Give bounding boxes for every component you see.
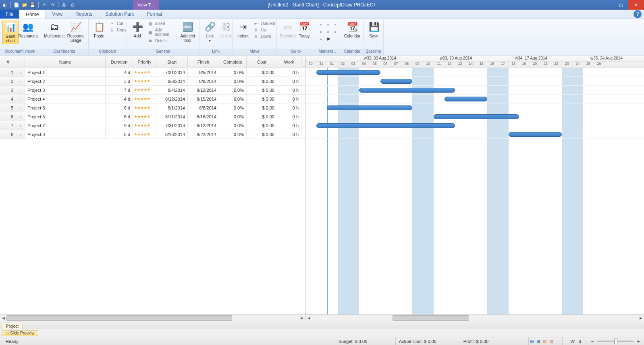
table-row[interactable]: 8⬦Project 85 d★★★★★8/18/20148/22/20140.0… [0,130,305,139]
row-num[interactable]: 1 [0,68,16,76]
cell-cost[interactable]: $ 0.00 [247,130,277,138]
cell-complete[interactable]: 0.0% [219,95,247,103]
grid-hscroll[interactable]: ◀ ▶ [0,314,305,321]
app-icon[interactable]: ◐ [2,2,8,8]
cell-start[interactable]: 7/31/2014 [156,121,188,130]
open-icon[interactable]: 📁 [21,2,28,8]
cell-cost[interactable]: $ 0.00 [247,112,277,121]
cell-finish[interactable]: 8/5/2014 [188,68,219,76]
cell-complete[interactable]: 0.0% [219,77,247,85]
tab-solution-park[interactable]: Solution Park [99,10,140,19]
gantt-bar[interactable] [445,97,487,101]
maximize-button[interactable]: ▢ [614,0,628,10]
cell-work[interactable]: 0 h [277,103,301,112]
cell-duration[interactable]: 5 d [106,130,133,138]
scroll-left-icon[interactable]: ◀ [305,315,312,321]
zoom-slider[interactable] [597,341,634,342]
cell-cost[interactable]: $ 0.00 [247,95,277,103]
zoom-out-icon[interactable]: − [589,338,596,345]
outdent-button[interactable]: ⇤Outdent [251,21,277,27]
col-complete[interactable]: Complete [219,56,247,68]
timeline-hscroll[interactable]: ◀ ▶ [305,314,644,321]
cell-duration[interactable]: 6 d [106,103,133,112]
zoom-control[interactable]: − + [589,338,642,345]
cell-complete[interactable]: 0.0% [219,103,247,112]
table-row[interactable]: 2⬦Project 23 d★★★★★8/6/20148/8/20140.0%$… [0,77,305,86]
up-button[interactable]: ⬆Up [251,27,277,33]
col-num[interactable]: # [0,56,16,68]
cell-name[interactable]: Project 2 [25,77,106,85]
calendar-button[interactable]: 📆Calendar [344,20,361,39]
multiproject-button[interactable]: 🗂Multiproject [43,20,66,39]
cell-start[interactable]: 8/4/2014 [156,86,188,94]
cell-duration[interactable]: 6 d [106,112,133,121]
help-icon[interactable]: ? [634,10,642,18]
scroll-right-icon[interactable]: ▶ [299,315,305,321]
sheet-tab-project[interactable]: Project [2,323,23,329]
paste-button[interactable]: 📋Paste [91,20,107,39]
cell-duration[interactable]: 7 d [106,86,133,94]
marker-icon[interactable]: ▫ [318,36,324,42]
cell-complete[interactable]: 0.0% [219,68,247,76]
gantt-row[interactable] [305,121,644,130]
marker-icon[interactable]: ▫ [332,29,339,35]
cell-finish[interactable]: 8/8/2014 [188,77,219,85]
row-num[interactable]: 5 [0,103,16,112]
cell-duration[interactable]: 3 d [106,77,133,85]
undo-icon[interactable]: ↶ [41,2,48,8]
gantt-bar[interactable] [509,132,562,137]
copy-button[interactable]: ⎘Copy [107,27,128,33]
view-icon[interactable]: ▧ [548,338,555,345]
cell-duration[interactable]: 4 d [106,68,133,76]
col-priority[interactable]: Priority [133,56,156,68]
cell-priority[interactable]: ★★★★★ [133,95,156,103]
cell-priority[interactable]: ★★★★★ [133,112,156,121]
cell-finish[interactable]: 8/12/2014 [188,86,219,94]
gantt-row[interactable] [305,95,644,103]
gantt-bar[interactable] [359,88,455,93]
cell-finish[interactable]: 8/15/2014 [188,95,219,103]
row-num[interactable]: 4 [0,95,16,103]
add-button[interactable]: ➕Add [129,20,145,39]
tab-format[interactable]: Format [141,10,169,19]
cell-name[interactable]: Project 5 [25,103,106,112]
new-icon[interactable]: 📄 [13,2,20,8]
cell-start[interactable]: 8/6/2014 [156,77,188,85]
table-row[interactable]: 5⬦Project 56 d★★★★★8/1/20148/8/20140.0%$… [0,103,305,112]
col-duration[interactable]: Duration [106,56,133,68]
col-name[interactable]: Name [25,56,106,68]
cell-complete[interactable]: 0.0% [219,86,247,94]
baseline-save-button[interactable]: 💾Save [366,20,382,39]
cell-duration[interactable]: 9 d [106,121,133,130]
view-icon[interactable]: ▦ [535,338,542,345]
cell-cost[interactable]: $ 0.00 [247,77,277,85]
cell-work[interactable]: 0 h [277,77,301,85]
col-start[interactable]: Start [156,56,188,68]
gantt-row[interactable] [305,112,644,121]
gantt-bar[interactable] [316,123,455,128]
gantt-row[interactable] [305,130,644,139]
tab-home[interactable]: Home [19,10,46,19]
gantt-row[interactable] [305,86,644,95]
cell-cost[interactable]: $ 0.00 [247,121,277,130]
marker-icon[interactable]: ✖ [325,36,331,42]
delete-button[interactable]: ✖Delete [145,38,179,44]
marker-icon[interactable]: ▫ [325,21,331,28]
cell-name[interactable]: Project 1 [25,68,106,76]
table-row[interactable]: 4⬦Project 44 d★★★★★8/12/20148/15/20140.0… [0,95,305,103]
scroll-right-icon[interactable]: ▶ [638,315,644,321]
view-icon[interactable]: ▥ [542,338,548,345]
tab-view[interactable]: View [46,10,69,19]
cell-finish[interactable]: 8/12/2014 [188,121,219,130]
print-icon[interactable]: 🖶 [61,2,67,8]
cell-name[interactable]: Project 8 [25,130,106,138]
cell-start[interactable]: 8/18/2014 [156,130,188,138]
contextual-tab-view[interactable]: View T… [133,0,159,10]
cell-work[interactable]: 0 h [277,121,301,130]
cell-complete[interactable]: 0.0% [219,112,247,121]
cell-work[interactable]: 0 h [277,130,301,138]
slide-preview-button[interactable]: ▭Slide Preview [2,330,38,336]
cell-priority[interactable]: ★★★★★ [133,77,156,85]
cell-finish[interactable]: 8/18/2014 [188,112,219,121]
cell-cost[interactable]: $ 0.00 [247,68,277,76]
